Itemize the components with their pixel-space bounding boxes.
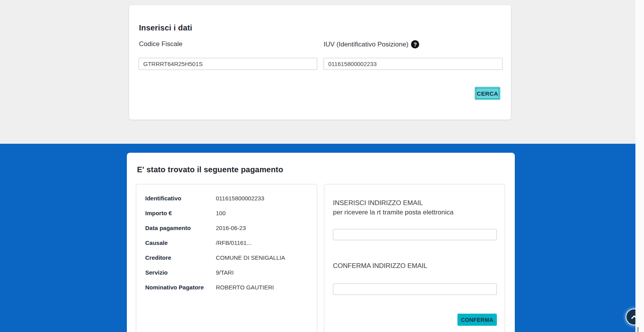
insert-email-title-line1: INSERISCI INDIRIZZO EMAIL <box>333 199 423 207</box>
detail-label: Nominativo Pagatore <box>145 284 216 291</box>
confirm-email-input[interactable] <box>333 284 497 295</box>
question-circle-icon[interactable]: ? <box>411 40 419 48</box>
detail-label: Identificativo <box>145 195 216 202</box>
confirm-email-title: CONFERMA INDIRIZZO EMAIL <box>333 261 427 271</box>
insert-email-title: INSERISCI INDIRIZZO EMAIL per ricevere l… <box>333 198 489 217</box>
payment-detail-row: Causale /RFB/01161... <box>145 239 313 246</box>
search-card: Inserisci i dati Codice Fiscale IUV (Ide… <box>129 5 511 120</box>
codice-fiscale-input[interactable] <box>139 58 317 70</box>
content-area: Inserisci i dati Codice Fiscale IUV (Ide… <box>0 0 635 332</box>
payment-detail-row: Servizio 9/TARI <box>145 269 313 276</box>
detail-label: Causale <box>145 239 216 246</box>
payment-detail-row: Data pagamento 2016-06-23 <box>145 225 313 232</box>
email-panel: INSERISCI INDIRIZZO EMAIL per ricevere l… <box>324 184 505 332</box>
detail-label: Data pagamento <box>145 225 216 232</box>
detail-value: 100 <box>216 210 226 217</box>
detail-value: /RFB/01161... <box>216 239 251 246</box>
result-card-title: E' stato trovato il seguente pagamento <box>137 165 283 174</box>
detail-value: 2016-06-23 <box>216 225 246 232</box>
codice-fiscale-label: Codice Fiscale <box>139 40 183 48</box>
detail-label: Creditore <box>145 254 216 261</box>
iuv-input[interactable] <box>324 58 503 70</box>
detail-label: Importo € <box>145 210 216 217</box>
page: Inserisci i dati Codice Fiscale IUV (Ide… <box>0 0 644 332</box>
detail-value: 9/TARI <box>216 269 234 276</box>
insert-email-subtitle: per ricevere la rt tramite posta elettro… <box>333 209 454 216</box>
payment-details-list: Identificativo 011615800002233 Importo €… <box>145 195 313 299</box>
payment-detail-row: Nominativo Pagatore ROBERTO GAUTIERI <box>145 284 313 291</box>
search-card-title: Inserisci i dati <box>139 23 192 32</box>
iuv-label: IUV (Identificativo Posizione) <box>324 41 408 48</box>
iuv-label-group: IUV (Identificativo Posizione) ? <box>324 40 419 48</box>
payment-detail-row: Importo € 100 <box>145 210 313 217</box>
cerca-button[interactable]: CERCA <box>475 87 500 100</box>
detail-value: 011615800002233 <box>216 195 264 202</box>
detail-label: Servizio <box>145 269 216 276</box>
scrollbar-track[interactable] <box>635 0 644 332</box>
detail-value: COMUNE DI SENIGALLIA <box>216 254 285 261</box>
payment-detail-row: Identificativo 011615800002233 <box>145 195 313 202</box>
payment-details-panel: Identificativo 011615800002233 Importo €… <box>136 184 317 332</box>
result-card: E' stato trovato il seguente pagamento I… <box>127 153 515 332</box>
email-input[interactable] <box>333 229 497 240</box>
detail-value: ROBERTO GAUTIERI <box>216 284 274 291</box>
scrollbar-thumb[interactable] <box>637 327 639 332</box>
conferma-button[interactable]: CONFERMA <box>457 314 497 326</box>
payment-detail-row: Creditore COMUNE DI SENIGALLIA <box>145 254 313 261</box>
